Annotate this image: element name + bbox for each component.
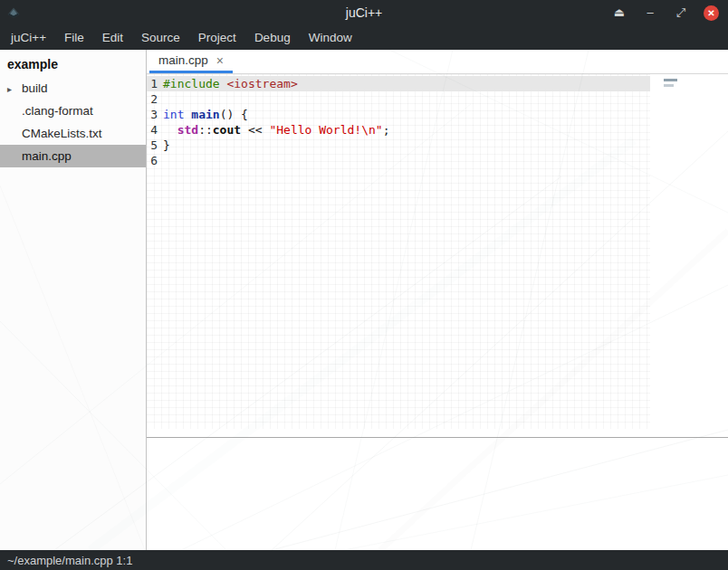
tree-item--clang-format[interactable]: .clang-format: [0, 100, 146, 122]
code-text: int main() {: [163, 107, 248, 122]
expander-icon[interactable]: ▸: [7, 83, 12, 93]
token: main: [191, 108, 219, 121]
code-text: std::cout << "Hello World!\n";: [163, 122, 389, 138]
token: "Hello World!\n": [269, 123, 382, 137]
code-line[interactable]: 2: [147, 91, 650, 107]
menu-item-debug[interactable]: Debug: [245, 25, 300, 50]
token: <<: [241, 123, 269, 137]
menubar: juCi++FileEditSourceProjectDebugWindow: [0, 25, 728, 50]
token: #include: [163, 77, 220, 90]
token: ;: [383, 123, 390, 137]
token: int: [163, 108, 184, 121]
app-logo-icon: [5, 5, 22, 21]
code-text: #include <iostream>: [163, 76, 298, 91]
line-number: 3: [147, 107, 158, 122]
code-line[interactable]: 5}: [147, 138, 650, 153]
status-file-position: ~/example/main.cpp 1:1: [7, 554, 132, 567]
terminal-panel[interactable]: [147, 438, 728, 550]
pin-window-icon[interactable]: ⏏: [611, 5, 627, 21]
tree-item-cmakelists-txt[interactable]: CMakeLists.txt: [0, 122, 146, 145]
code-lines: 1#include <iostream>23int main() {4 std:…: [147, 74, 650, 429]
minimize-icon[interactable]: –: [642, 5, 658, 21]
menu-item-window[interactable]: Window: [300, 25, 361, 50]
content-area: example ▸build.clang-formatCMakeLists.tx…: [0, 50, 728, 550]
tree-item-label: .clang-format: [22, 104, 93, 118]
code-line[interactable]: 3int main() {: [147, 107, 650, 122]
menu-item-file[interactable]: File: [55, 25, 93, 50]
menu-item-edit[interactable]: Edit: [93, 25, 132, 50]
line-number: 6: [147, 153, 158, 168]
menu-item-juci-[interactable]: juCi++: [2, 25, 55, 50]
scroll-overview-marks: [664, 79, 677, 87]
code-line[interactable]: 4 std::cout << "Hello World!\n";: [147, 122, 650, 138]
window-controls: ⏏ – ⤢ ✕: [611, 5, 728, 21]
tree-item-label: main.cpp: [22, 149, 72, 163]
menu-item-source[interactable]: Source: [132, 25, 189, 50]
tree-item-main-cpp[interactable]: main.cpp: [0, 145, 146, 167]
file-tree: ▸build.clang-formatCMakeLists.txtmain.cp…: [0, 77, 146, 167]
menu-item-project[interactable]: Project: [189, 25, 245, 50]
token: }: [163, 138, 170, 152]
code-editor[interactable]: 1#include <iostream>23int main() {4 std:…: [147, 74, 728, 437]
tree-item-label: CMakeLists.txt: [22, 127, 102, 140]
line-number: 4: [147, 122, 158, 138]
token: [163, 123, 177, 137]
token: cout: [213, 123, 241, 137]
code-line[interactable]: 1#include <iostream>: [147, 76, 650, 91]
close-icon[interactable]: ✕: [704, 5, 719, 21]
editor-column: main.cpp × 1#include <iostream>23int mai…: [147, 50, 728, 550]
code-text: }: [163, 138, 170, 153]
statusbar: ~/example/main.cpp 1:1: [0, 550, 728, 570]
titlebar[interactable]: juCi++ ⏏ – ⤢ ✕: [0, 0, 728, 25]
app-window: juCi++ ⏏ – ⤢ ✕ juCi++FileEditSourceProje…: [0, 0, 728, 570]
file-tree-panel: example ▸build.clang-formatCMakeLists.tx…: [0, 50, 147, 550]
tab-label: main.cpp: [158, 53, 208, 67]
token: <iostream>: [226, 77, 297, 90]
maximize-icon[interactable]: ⤢: [673, 5, 689, 21]
tree-item-label: build: [22, 81, 48, 95]
tabbar: main.cpp ×: [147, 50, 728, 74]
line-number: 5: [147, 138, 158, 153]
code-line[interactable]: 6: [147, 153, 650, 168]
project-root-label[interactable]: example: [0, 53, 146, 77]
token: () {: [220, 108, 248, 121]
token: std: [177, 123, 198, 137]
line-number: 2: [147, 91, 158, 107]
tab-main-cpp[interactable]: main.cpp ×: [149, 50, 233, 73]
line-number: 1: [147, 76, 158, 91]
token: ::: [198, 123, 213, 137]
tree-item-build[interactable]: ▸build: [0, 77, 146, 100]
tab-close-icon[interactable]: ×: [216, 53, 224, 68]
